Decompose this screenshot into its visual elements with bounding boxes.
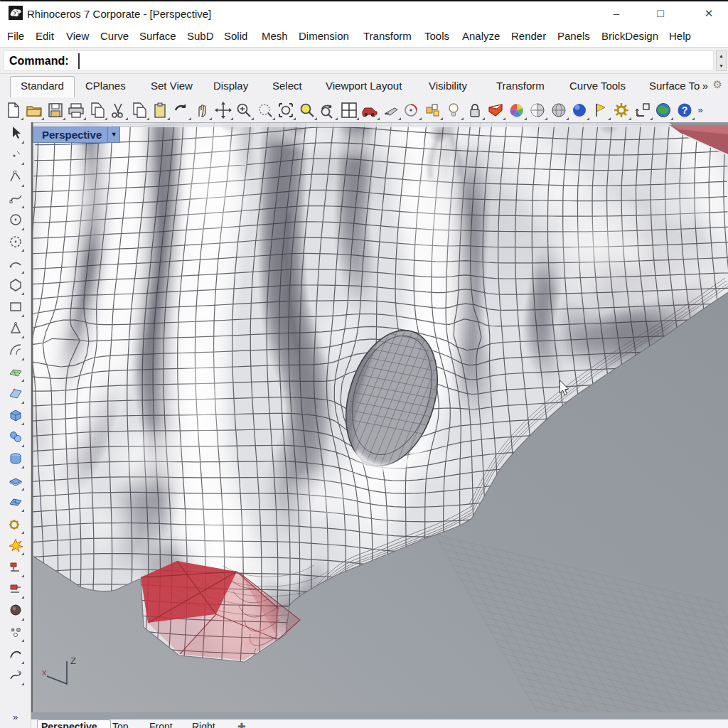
svg-text:Z: Z bbox=[70, 655, 76, 666]
svg-text:?: ? bbox=[681, 105, 687, 116]
svg-text:x: x bbox=[42, 667, 47, 678]
